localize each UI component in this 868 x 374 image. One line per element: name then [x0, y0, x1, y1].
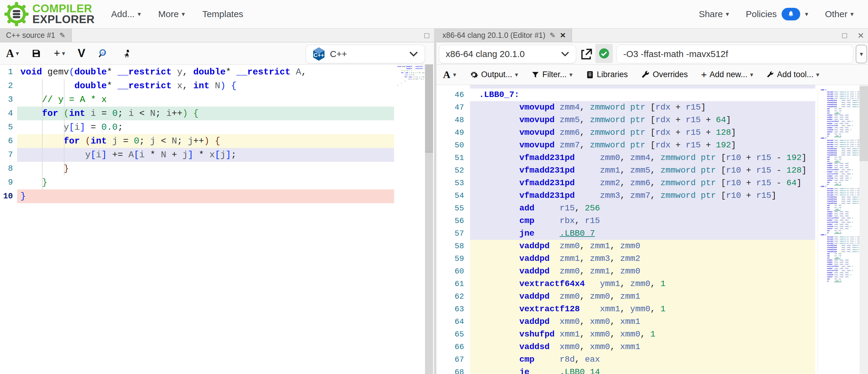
minimap-line: vmovupd zmm5, zmmword ptr [rdx + r15 + 6… — [820, 190, 860, 192]
code-line-64[interactable]: 64 vaddpd xmm0, xmm0, xmm1 — [436, 315, 815, 328]
menu-templates[interactable]: Templates — [202, 9, 243, 19]
code-line-68[interactable]: 68 je .LBB0_14 — [436, 366, 815, 374]
line-number: 10 — [0, 190, 17, 203]
quick-bench-button[interactable] — [121, 48, 131, 59]
code-line-60[interactable]: 60 vaddpd zmm0, zmm1, zmm0 — [436, 265, 815, 278]
code-line-2[interactable]: 2 double* __restrict x, int N) { — [0, 79, 394, 93]
rename-pencil-icon[interactable]: ✎ — [59, 31, 65, 39]
code-line-52[interactable]: 52 vfmadd231pd zmm1, zmm5, zmmword ptr [… — [436, 164, 815, 177]
add-pane-button[interactable]: + ▾ — [54, 47, 65, 60]
minimap-line: cmp rbx, r15 — [820, 255, 860, 257]
add-tool-button[interactable]: Add tool... ▾ — [766, 70, 819, 79]
tab-compiler-output[interactable]: x86-64 clang 20.1.0 (Editor #1) ✎ ✕ — [436, 29, 572, 42]
menu-add[interactable]: Add... ▾ — [111, 9, 141, 19]
minimap-line: vextractf64x4 ymm1, zmm0, 1 — [820, 169, 860, 171]
code-line-66[interactable]: 66 vaddsd xmm0, xmm0, xmm1 — [436, 341, 815, 353]
code-text: vshufpd xmm1, xmm0, xmm0, 1 — [470, 328, 815, 341]
menu-other[interactable]: Other ▾ — [825, 9, 854, 19]
line-number: 68 — [436, 366, 470, 374]
tab-cpp-source[interactable]: C++ source #1 ✎ — [0, 29, 72, 42]
menu-more[interactable]: More ▾ — [158, 9, 185, 19]
scrollbar-thumb[interactable] — [860, 86, 868, 161]
menu-share-label: Share — [699, 9, 723, 19]
close-tab-icon[interactable]: ✕ — [560, 31, 566, 39]
code-line-67[interactable]: 67 cmp r8d, eax — [436, 353, 815, 366]
notification-badge[interactable] — [782, 8, 800, 21]
code-line-48[interactable]: 48 vmovupd zmm5, zmmword ptr [rdx + r15 … — [436, 114, 815, 126]
maximize-pane-icon[interactable]: □ — [423, 31, 431, 40]
assembly-output-editor[interactable]: 46.LBB0_7:47 vmovupd zmm4, zmmword ptr [… — [436, 85, 868, 374]
code-line-1[interactable]: 1void gemv(double* __restrict y, double*… — [0, 65, 394, 79]
line-number: 49 — [436, 126, 470, 139]
maximize-pane-icon[interactable]: □ — [840, 31, 849, 40]
minimap-line: vfmadd231pd zmm2, zmm6, zmmword ptr [r10… — [820, 104, 860, 106]
code-text: vaddpd zmm0, zmm0, zmm1 — [820, 171, 848, 173]
code-line-65[interactable]: 65 vshufpd xmm1, xmm0, xmm0, 1 — [436, 328, 815, 341]
code-line-5[interactable]: 5 y[i] = 0.0; — [0, 120, 394, 134]
add-new-button[interactable]: + Add new... ▾ — [701, 69, 753, 81]
code-line-57[interactable]: 57 jne .LBB0_7 — [436, 227, 815, 240]
code-text: vaddpd zmm0, zmm1, zmm0 — [820, 211, 848, 213]
libraries-button[interactable]: Libraries — [586, 70, 628, 79]
code-text: vextractf64x4 ymm1, zmm0, 1 — [470, 278, 815, 290]
code-line-49[interactable]: 49 vmovupd zmm6, zmmword ptr [rdx + r15 … — [436, 126, 815, 139]
output-button[interactable]: Output... ▾ — [469, 70, 518, 79]
code-line-58[interactable]: 58 vaddpd zmm0, zmm1, zmm0 — [436, 240, 815, 253]
code-line-4[interactable]: 4 for (int i = 0; i < N; i++) { — [0, 107, 394, 120]
code-text: for (int i = 0; i < N; i++) { — [397, 72, 425, 74]
close-pane-icon[interactable]: ✕ — [857, 31, 865, 40]
code-line-54[interactable]: 54 vfmadd231pd zmm3, zmm7, zmmword ptr [… — [436, 190, 815, 202]
language-select[interactable]: C++ C++ — [306, 45, 425, 63]
code-line-62[interactable]: 62 vaddpd zmm0, zmm0, zmm1 — [436, 290, 815, 303]
code-line-50[interactable]: 50 vmovupd zmm7, zmmword ptr [rdx + r15 … — [436, 139, 815, 151]
compiler-explorer-logo[interactable]: COMPILER EXPLORER — [0, 1, 95, 27]
caret-down-icon: ▾ — [726, 10, 729, 18]
minimap-line: je .LBB0_14 — [820, 280, 860, 283]
code-line-46[interactable]: 46.LBB0_7: — [436, 89, 815, 101]
code-text: vmovupd zmm4, zmmword ptr [rdx + r15] — [820, 91, 860, 93]
code-text: je .LBB0_14 — [820, 280, 841, 282]
options-dropdown-button[interactable]: ▾ — [856, 45, 867, 63]
language-select-value: C++ — [330, 49, 347, 59]
cpp-insights-button[interactable]: ++ — [98, 48, 108, 59]
minimap-line: vmovupd zmm7, zmmword ptr [rdx + r15 + 1… — [820, 97, 860, 99]
rename-pencil-icon[interactable]: ✎ — [550, 31, 555, 39]
font-size-button[interactable]: A ▾ — [443, 69, 456, 81]
code-line-10[interactable]: 10} — [0, 190, 394, 203]
font-size-button[interactable]: A ▾ — [6, 47, 19, 60]
code-line-6[interactable]: 6 for (int j = 0; j < N; j++) { — [0, 134, 394, 148]
minimap-line: vaddpd zmm1, zmm3, zmm2 — [820, 261, 860, 263]
code-text: y[i] += A[i * N + j] * x[j]; — [397, 78, 425, 80]
compiler-options-input[interactable] — [616, 45, 853, 63]
code-line-7[interactable]: 7 y[i] += A[i * N + j] * x[j]; — [0, 148, 394, 162]
code-line-55[interactable]: 55 add r15, 256 — [436, 202, 815, 214]
caret-down-icon: ▾ — [569, 71, 572, 78]
save-button[interactable] — [31, 49, 41, 58]
code-line-9[interactable]: 9 } — [0, 176, 394, 190]
code-line-3[interactable]: 3 // y = A * x — [0, 93, 394, 107]
code-line-8[interactable]: 8 } — [0, 162, 394, 176]
code-line-53[interactable]: 53 vfmadd231pd zmm2, zmm6, zmmword ptr [… — [436, 177, 815, 190]
assembly-scrollbar[interactable] — [860, 85, 868, 374]
source-code-editor[interactable]: 1void gemv(double* __restrict y, double*… — [0, 64, 434, 374]
code-line-56[interactable]: 56 cmp rbx, r15 — [436, 214, 815, 227]
source-minimap[interactable]: void gemv(double* __restrict y, double* … — [397, 66, 425, 89]
overrides-button[interactable]: Overrides — [641, 70, 688, 79]
filter-button[interactable]: Filter... ▾ — [531, 70, 572, 79]
menu-policies[interactable]: Policies ▾ — [746, 8, 808, 21]
code-line-51[interactable]: 51 vfmadd231pd zmm0, zmm4, zmmword ptr [… — [436, 151, 815, 164]
code-text: vmovupd zmm6, zmmword ptr [rdx + r15 + 1… — [820, 95, 860, 97]
open-in-new-window-button[interactable] — [580, 48, 594, 61]
assembly-minimap[interactable]: .LBB0_7: vmovupd zmm4, zmmword ptr [rdx … — [817, 89, 860, 373]
compiler-select[interactable]: x86-64 clang 20.1.0 — [439, 45, 576, 63]
code-line-61[interactable]: 61 vextractf64x4 ymm1, zmm0, 1 — [436, 278, 815, 290]
assembly-code-lines: 46.LBB0_7:47 vmovupd zmm4, zmmword ptr [… — [436, 89, 815, 374]
line-number: 58 — [436, 240, 470, 253]
menu-share[interactable]: Share ▾ — [699, 9, 729, 19]
code-line-63[interactable]: 63 vextractf128 xmm1, ymm0, 1 — [436, 303, 815, 315]
scrollbar-thumb[interactable] — [425, 64, 433, 152]
vim-mode-button[interactable]: V — [78, 47, 85, 60]
source-scrollbar[interactable] — [425, 64, 433, 374]
code-line-47[interactable]: 47 vmovupd zmm4, zmmword ptr [rdx + r15] — [436, 101, 815, 114]
code-line-59[interactable]: 59 vaddpd zmm1, zmm3, zmm2 — [436, 253, 815, 265]
